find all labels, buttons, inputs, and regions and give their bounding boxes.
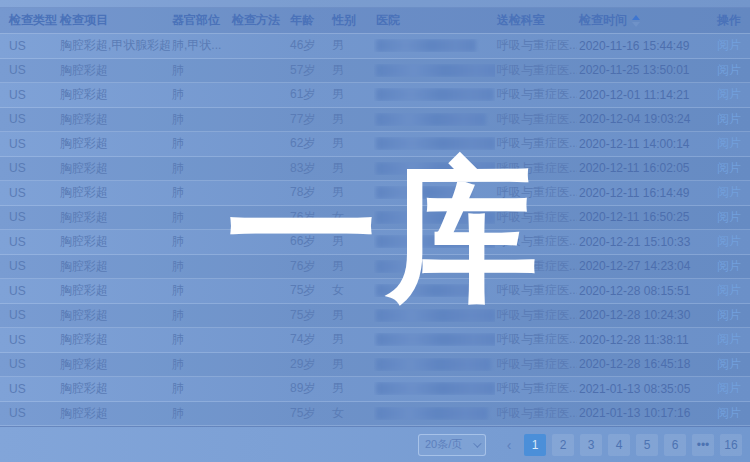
sort-carets-icon[interactable] xyxy=(632,15,640,27)
view-images-link[interactable]: 阅片 xyxy=(717,63,741,77)
page-button-5[interactable]: 5 xyxy=(636,434,658,456)
hospital-redacted-block xyxy=(376,39,476,52)
view-images-link[interactable]: 阅片 xyxy=(717,161,741,175)
page-button-3[interactable]: 3 xyxy=(580,434,602,456)
view-images-link[interactable]: 阅片 xyxy=(717,38,741,52)
cell-exam-item: 胸腔彩超 xyxy=(58,160,170,177)
cell-exam-type: US xyxy=(0,88,58,102)
view-images-link[interactable]: 阅片 xyxy=(717,308,741,322)
cell-age: 66岁 xyxy=(288,233,330,250)
cell-gender: 男 xyxy=(330,307,374,324)
cell-exam-type: US xyxy=(0,161,58,175)
cell-gender: 男 xyxy=(330,86,374,103)
hospital-redacted-block xyxy=(376,186,471,199)
cell-age: 46岁 xyxy=(288,37,330,54)
cell-exam-item: 胸腔彩超 xyxy=(58,405,170,422)
cell-gender: 男 xyxy=(330,380,374,397)
view-images-link[interactable]: 阅片 xyxy=(717,185,741,199)
cell-department: 呼吸与重症医... xyxy=(495,135,577,152)
hospital-redacted-block xyxy=(376,358,491,371)
exam-time-label: 检查时间 xyxy=(579,13,627,27)
table-row: US 胸腔彩超 肺 74岁 男 呼吸与重症医... 2020-12-28 11:… xyxy=(0,328,750,353)
table-row: US 胸腔彩超 肺 29岁 男 呼吸与重症医... 2020-12-28 16:… xyxy=(0,353,750,378)
cell-exam-time: 2020-12-11 14:00:14 xyxy=(577,137,715,151)
cell-department: 呼吸与重症医... xyxy=(495,160,577,177)
hospital-redacted-block xyxy=(376,64,495,77)
page-ellipsis-button[interactable]: ••• xyxy=(692,434,714,456)
view-images-link[interactable]: 阅片 xyxy=(717,283,741,297)
column-header-exam-time[interactable]: 检查时间 xyxy=(577,12,715,29)
cell-department: 呼吸与重症医... xyxy=(495,37,577,54)
cell-organ: 肺 xyxy=(170,233,230,250)
column-header-age: 年龄 xyxy=(288,12,330,29)
cell-exam-item: 胸腔彩超 xyxy=(58,282,170,299)
sort-descending-icon[interactable] xyxy=(632,22,640,27)
page-button-6[interactable]: 6 xyxy=(664,434,686,456)
hospital-redacted-block xyxy=(376,211,495,224)
cell-exam-time: 2020-12-27 14:23:04 xyxy=(577,259,715,273)
cell-actions: 阅片 xyxy=(715,111,750,128)
cell-hospital xyxy=(374,284,495,297)
view-images-link[interactable]: 阅片 xyxy=(717,357,741,371)
cell-department: 呼吸与重症医... xyxy=(495,86,577,103)
cell-gender: 女 xyxy=(330,209,374,226)
cell-age: 74岁 xyxy=(288,331,330,348)
page-button-4[interactable]: 4 xyxy=(608,434,630,456)
cell-hospital xyxy=(374,88,495,101)
cell-actions: 阅片 xyxy=(715,209,750,226)
page-button-16[interactable]: 16 xyxy=(720,434,742,456)
page-button-2[interactable]: 2 xyxy=(552,434,574,456)
cell-organ: 肺 xyxy=(170,111,230,128)
cell-gender: 男 xyxy=(330,356,374,373)
hospital-redacted-block xyxy=(376,113,486,126)
view-images-link[interactable]: 阅片 xyxy=(717,210,741,224)
view-images-link[interactable]: 阅片 xyxy=(717,136,741,150)
view-images-link[interactable]: 阅片 xyxy=(717,234,741,248)
table-row: US 胸腔彩超 肺 78岁 男 呼吸与重症医... 2020-12-11 16:… xyxy=(0,181,750,206)
cell-actions: 阅片 xyxy=(715,356,750,373)
cell-gender: 男 xyxy=(330,258,374,275)
table-row: US 胸腔彩超 肺 62岁 男 呼吸与重症医... 2020-12-11 14:… xyxy=(0,132,750,157)
view-images-link[interactable]: 阅片 xyxy=(717,332,741,346)
column-header-actions: 操作 xyxy=(715,12,750,29)
cell-exam-type: US xyxy=(0,284,58,298)
cell-exam-time: 2020-12-01 11:14:21 xyxy=(577,88,715,102)
cell-actions: 阅片 xyxy=(715,135,750,152)
cell-actions: 阅片 xyxy=(715,282,750,299)
cell-gender: 男 xyxy=(330,184,374,201)
view-images-link[interactable]: 阅片 xyxy=(717,112,741,126)
cell-gender: 男 xyxy=(330,160,374,177)
cell-organ: 肺,甲状... xyxy=(170,37,230,54)
cell-age: 57岁 xyxy=(288,62,330,79)
view-images-link[interactable]: 阅片 xyxy=(717,87,741,101)
cell-age: 78岁 xyxy=(288,184,330,201)
cell-actions: 阅片 xyxy=(715,405,750,422)
cell-exam-type: US xyxy=(0,39,58,53)
cell-age: 61岁 xyxy=(288,86,330,103)
sort-ascending-icon[interactable] xyxy=(632,15,640,20)
cell-age: 75岁 xyxy=(288,405,330,422)
page-button-1[interactable]: 1 xyxy=(524,434,546,456)
cell-organ: 肺 xyxy=(170,160,230,177)
cell-organ: 肺 xyxy=(170,380,230,397)
hospital-redacted-block xyxy=(376,407,488,420)
cell-gender: 男 xyxy=(330,233,374,250)
cell-exam-time: 2020-11-16 15:44:49 xyxy=(577,39,715,53)
page-size-select[interactable]: 20条/页 xyxy=(418,434,486,456)
view-images-link[interactable]: 阅片 xyxy=(717,406,741,420)
view-images-link[interactable]: 阅片 xyxy=(717,259,741,273)
cell-department: 呼吸与重症医... xyxy=(495,111,577,128)
cell-organ: 肺 xyxy=(170,356,230,373)
cell-organ: 肺 xyxy=(170,331,230,348)
cell-actions: 阅片 xyxy=(715,233,750,250)
table-row: US 胸腔彩超 肺 75岁 女 呼吸与重症医... 2020-12-28 08:… xyxy=(0,279,750,304)
hospital-redacted-block xyxy=(376,284,484,297)
table-header: 检查类型 检查项目 器官部位 检查方法 年龄 性别 医院 送检科室 检查时间 操… xyxy=(0,8,750,34)
hospital-redacted-block xyxy=(376,137,495,150)
cell-actions: 阅片 xyxy=(715,258,750,275)
previous-page-button[interactable]: ‹ xyxy=(500,434,518,456)
hospital-redacted-block xyxy=(376,333,495,346)
view-images-link[interactable]: 阅片 xyxy=(717,381,741,395)
cell-age: 76岁 xyxy=(288,258,330,275)
cell-gender: 男 xyxy=(330,331,374,348)
